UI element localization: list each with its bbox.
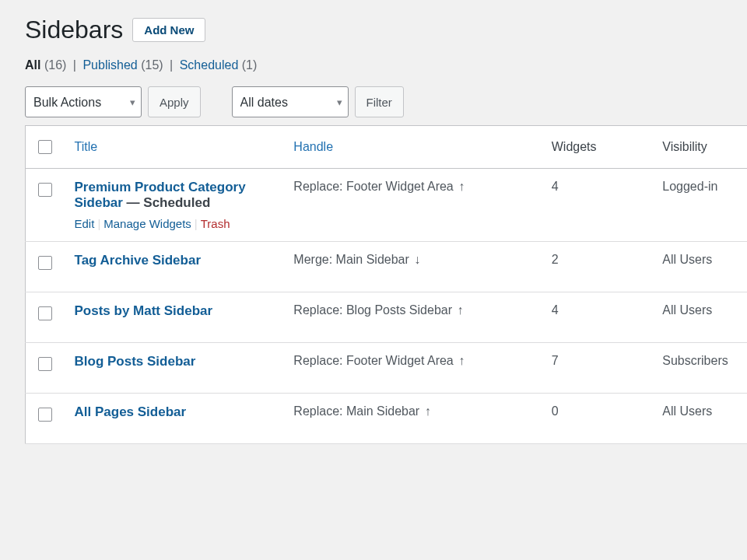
column-visibility: Visibility bbox=[654, 126, 747, 169]
edit-link[interactable]: Edit bbox=[75, 217, 95, 230]
table-row: All Pages SidebarReplace: Main Sidebar ↑… bbox=[26, 394, 748, 444]
add-new-button[interactable]: Add New bbox=[132, 18, 205, 42]
visibility-cell: All Users bbox=[654, 292, 747, 343]
row-checkbox[interactable] bbox=[38, 306, 52, 320]
row-actions: Edit|Manage Widgets|Trash bbox=[75, 217, 279, 230]
handle-cell: Replace: Main Sidebar ↑ bbox=[286, 394, 543, 444]
handle-text: Replace: Footer Widget Area bbox=[293, 354, 457, 367]
visibility-cell: Subscribers bbox=[654, 343, 747, 394]
arrow-down-icon: ↓ bbox=[412, 253, 420, 266]
separator: | bbox=[94, 217, 103, 230]
table-row: Blog Posts SidebarReplace: Footer Widget… bbox=[26, 343, 748, 394]
view-scheduled-label: Scheduled bbox=[180, 58, 239, 72]
filter-button[interactable]: Filter bbox=[355, 86, 404, 117]
status-suffix: — Scheduled bbox=[123, 195, 210, 210]
arrow-up-icon: ↑ bbox=[457, 354, 465, 367]
handle-cell: Replace: Blog Posts Sidebar ↑ bbox=[286, 292, 543, 343]
arrow-up-icon: ↑ bbox=[457, 180, 465, 193]
handle-cell: Replace: Footer Widget Area ↑ bbox=[286, 169, 543, 242]
visibility-cell: All Users bbox=[654, 394, 747, 444]
view-published-label: Published bbox=[82, 58, 137, 72]
handle-text: Replace: Footer Widget Area bbox=[293, 180, 457, 193]
row-checkbox[interactable] bbox=[38, 256, 52, 270]
table-row: Premium Product Category Sidebar — Sched… bbox=[26, 169, 748, 242]
handle-cell: Merge: Main Sidebar ↓ bbox=[286, 242, 543, 292]
widgets-cell: 4 bbox=[544, 169, 655, 242]
handle-text: Merge: Main Sidebar bbox=[293, 253, 412, 266]
visibility-cell: Logged-in bbox=[654, 169, 747, 242]
apply-button[interactable]: Apply bbox=[148, 86, 201, 117]
separator: | bbox=[167, 58, 176, 72]
sidebars-table: Title Handle Widgets Visibility Premium … bbox=[25, 125, 747, 444]
view-all-count: (16) bbox=[44, 58, 66, 72]
view-scheduled[interactable]: Scheduled (1) bbox=[180, 58, 258, 72]
handle-text: Replace: Main Sidebar bbox=[293, 404, 423, 418]
separator: | bbox=[70, 58, 79, 72]
column-handle[interactable]: Handle bbox=[286, 126, 543, 169]
page-title: Sidebars bbox=[25, 16, 123, 44]
view-all-label: All bbox=[25, 58, 40, 72]
bulk-actions-select[interactable]: Bulk Actions bbox=[25, 86, 142, 117]
widgets-cell: 0 bbox=[544, 394, 655, 444]
manage-widgets-link[interactable]: Manage Widgets bbox=[103, 217, 191, 230]
trash-link[interactable]: Trash bbox=[201, 217, 230, 230]
view-scheduled-count: (1) bbox=[242, 58, 258, 72]
date-filter-select[interactable]: All dates bbox=[232, 86, 349, 117]
column-title[interactable]: Title bbox=[67, 126, 286, 169]
handle-cell: Replace: Footer Widget Area ↑ bbox=[286, 343, 543, 394]
handle-text: Replace: Blog Posts Sidebar bbox=[293, 303, 455, 317]
view-filters: All (16) | Published (15) | Scheduled (1… bbox=[25, 58, 747, 72]
row-checkbox[interactable] bbox=[38, 183, 52, 197]
visibility-cell: All Users bbox=[654, 242, 747, 292]
row-title-link[interactable]: Blog Posts Sidebar bbox=[75, 354, 196, 369]
separator: | bbox=[191, 217, 201, 230]
widgets-cell: 2 bbox=[544, 242, 655, 292]
select-all-checkbox[interactable] bbox=[38, 140, 52, 154]
table-row: Tag Archive SidebarMerge: Main Sidebar ↓… bbox=[26, 242, 748, 292]
view-all[interactable]: All (16) bbox=[25, 58, 70, 72]
column-widgets: Widgets bbox=[544, 126, 655, 169]
widgets-cell: 4 bbox=[544, 292, 655, 343]
arrow-up-icon: ↑ bbox=[455, 303, 463, 317]
row-checkbox[interactable] bbox=[38, 408, 52, 422]
arrow-up-icon: ↑ bbox=[423, 404, 431, 418]
row-title-link[interactable]: All Pages Sidebar bbox=[75, 404, 187, 419]
view-published-count: (15) bbox=[141, 58, 163, 72]
table-row: Posts by Matt SidebarReplace: Blog Posts… bbox=[26, 292, 748, 343]
row-title-link[interactable]: Posts by Matt Sidebar bbox=[75, 303, 213, 318]
widgets-cell: 7 bbox=[544, 343, 655, 394]
view-published[interactable]: Published (15) bbox=[82, 58, 167, 72]
row-checkbox[interactable] bbox=[38, 357, 52, 371]
row-title-link[interactable]: Tag Archive Sidebar bbox=[75, 253, 202, 268]
